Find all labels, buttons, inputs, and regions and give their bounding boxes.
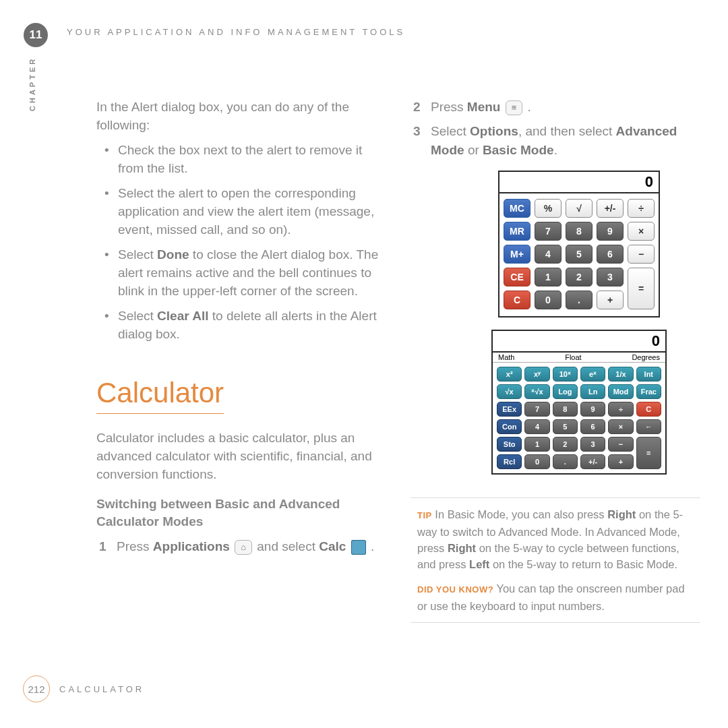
key-ac[interactable]: C bbox=[636, 402, 661, 417]
bold-calc: Calc bbox=[319, 539, 346, 553]
key-a5[interactable]: 5 bbox=[553, 419, 578, 434]
page-footer: 212 CALCULATOR bbox=[23, 675, 144, 702]
running-head: YOUR APPLICATION AND INFO MANAGEMENT TOO… bbox=[67, 27, 405, 37]
key-5[interactable]: 5 bbox=[566, 245, 593, 264]
key-frac[interactable]: Frac bbox=[636, 384, 661, 399]
bold-left: Left bbox=[469, 558, 489, 570]
key-sqrtx[interactable]: √x bbox=[497, 384, 522, 399]
key-0[interactable]: 0 bbox=[535, 291, 562, 309]
key-multiply[interactable]: × bbox=[628, 222, 655, 241]
key-plus[interactable]: + bbox=[597, 291, 624, 309]
adv-calc-modebar: Math Float Degrees bbox=[493, 353, 665, 363]
text: and select bbox=[257, 539, 319, 553]
key-con[interactable]: Con bbox=[497, 419, 522, 434]
text: Press bbox=[117, 539, 153, 553]
key-10x[interactable]: 10ˣ bbox=[553, 367, 578, 382]
basic-calculator: 0 MC % √ +/- ÷ MR 7 8 9 × M+ 4 5 6 − bbox=[498, 171, 660, 317]
advanced-calculator: 0 Math Float Degrees x² xʸ 10ˣ eˣ 1/x In… bbox=[491, 330, 667, 475]
key-asign[interactable]: +/- bbox=[580, 454, 605, 469]
key-amul[interactable]: × bbox=[608, 419, 633, 434]
key-eex[interactable]: EEx bbox=[497, 402, 522, 417]
step-2: Press Menu . bbox=[411, 98, 700, 117]
key-x2[interactable]: x² bbox=[497, 367, 522, 382]
text: . bbox=[524, 100, 531, 114]
key-ex[interactable]: eˣ bbox=[580, 367, 605, 382]
text: Press bbox=[431, 100, 467, 114]
calc-app-icon bbox=[351, 540, 366, 555]
section-title-calculator: Calculator bbox=[96, 377, 224, 414]
key-7[interactable]: 7 bbox=[535, 222, 562, 241]
subheading-switching-modes: Switching between Basic and Advanced Cal… bbox=[96, 495, 386, 530]
key-rcl[interactable]: Rcl bbox=[497, 454, 522, 469]
key-divide[interactable]: ÷ bbox=[628, 199, 655, 218]
key-a9[interactable]: 9 bbox=[580, 402, 605, 417]
text: , and then select bbox=[518, 124, 616, 138]
tip-callout: TIP In Basic Mode, you can also press Ri… bbox=[411, 497, 700, 623]
key-a0[interactable]: 0 bbox=[524, 454, 549, 469]
key-a4[interactable]: 4 bbox=[524, 419, 549, 434]
bold-options: Options bbox=[470, 124, 518, 138]
key-sqrt[interactable]: √ bbox=[566, 199, 593, 218]
key-back[interactable]: ← bbox=[636, 419, 661, 434]
text: Select bbox=[118, 247, 157, 262]
key-adiv[interactable]: ÷ bbox=[608, 402, 633, 417]
applications-key-icon bbox=[235, 540, 252, 555]
key-mplus[interactable]: M+ bbox=[504, 245, 530, 264]
key-a8[interactable]: 8 bbox=[553, 402, 578, 417]
bold-clear-all: Clear All bbox=[157, 309, 208, 323]
footer-section-label: CALCULATOR bbox=[59, 684, 144, 694]
left-column: In the Alert dialog box, you can do any … bbox=[96, 98, 386, 674]
key-sto[interactable]: Sto bbox=[497, 437, 522, 452]
key-a7[interactable]: 7 bbox=[524, 402, 549, 417]
key-9[interactable]: 9 bbox=[597, 222, 624, 241]
key-int[interactable]: Int bbox=[636, 367, 661, 382]
key-mr[interactable]: MR bbox=[504, 222, 530, 241]
key-6[interactable]: 6 bbox=[597, 245, 624, 264]
text: on the 5-way to return to Basic Mode. bbox=[489, 558, 677, 570]
key-mc[interactable]: MC bbox=[504, 199, 530, 218]
key-a6[interactable]: 6 bbox=[580, 419, 605, 434]
key-a3[interactable]: 3 bbox=[580, 437, 605, 452]
key-a1[interactable]: 1 bbox=[524, 437, 549, 452]
key-aequals[interactable]: = bbox=[636, 437, 661, 469]
text: . bbox=[554, 143, 557, 157]
key-3[interactable]: 3 bbox=[597, 268, 624, 286]
key-aminus[interactable]: − bbox=[608, 437, 633, 452]
bold-done: Done bbox=[157, 247, 189, 262]
bullet-item: Select Done to close the Alert dialog bo… bbox=[96, 245, 386, 300]
key-minus[interactable]: − bbox=[628, 245, 655, 264]
key-8[interactable]: 8 bbox=[566, 222, 593, 241]
mode-math[interactable]: Math bbox=[498, 353, 514, 361]
bullet-item: Select the alert to open the correspondi… bbox=[96, 184, 386, 239]
key-xrootx[interactable]: ˣ√x bbox=[524, 384, 549, 399]
key-mod[interactable]: Mod bbox=[608, 384, 633, 399]
step-1: Press Applications and select Calc . bbox=[96, 537, 386, 556]
key-xy[interactable]: xʸ bbox=[524, 367, 549, 382]
bold-basic-mode: Basic Mode bbox=[483, 143, 554, 157]
mode-float[interactable]: Float bbox=[565, 353, 581, 361]
key-ln[interactable]: Ln bbox=[580, 384, 605, 399]
bold-right: Right bbox=[607, 508, 636, 520]
key-a2[interactable]: 2 bbox=[553, 437, 578, 452]
page-body: In the Alert dialog box, you can do any … bbox=[96, 98, 701, 674]
chapter-vertical-label: CHAPTER bbox=[28, 57, 36, 111]
step-3: Select Options, and then select Advanced… bbox=[411, 122, 700, 160]
key-inv[interactable]: 1/x bbox=[608, 367, 633, 382]
steps-list-right: Press Menu . Select Options, and then se… bbox=[411, 98, 700, 160]
calculator-intro: Calculator includes a basic calculator, … bbox=[96, 429, 386, 483]
key-2[interactable]: 2 bbox=[566, 268, 593, 286]
key-ce[interactable]: CE bbox=[504, 268, 530, 286]
key-adot[interactable]: . bbox=[553, 454, 578, 469]
key-4[interactable]: 4 bbox=[535, 245, 562, 264]
key-dot[interactable]: . bbox=[566, 291, 593, 309]
key-c[interactable]: C bbox=[504, 291, 530, 309]
key-log[interactable]: Log bbox=[553, 384, 578, 399]
key-1[interactable]: 1 bbox=[535, 268, 562, 286]
key-sign[interactable]: +/- bbox=[597, 199, 624, 218]
alert-bullet-list: Check the box next to the alert to remov… bbox=[96, 141, 386, 343]
key-percent[interactable]: % bbox=[535, 199, 562, 218]
mode-degrees[interactable]: Degrees bbox=[632, 353, 660, 361]
tip-paragraph: TIP In Basic Mode, you can also press Ri… bbox=[417, 506, 694, 572]
key-equals[interactable]: = bbox=[628, 268, 655, 309]
key-aplus[interactable]: + bbox=[608, 454, 633, 469]
